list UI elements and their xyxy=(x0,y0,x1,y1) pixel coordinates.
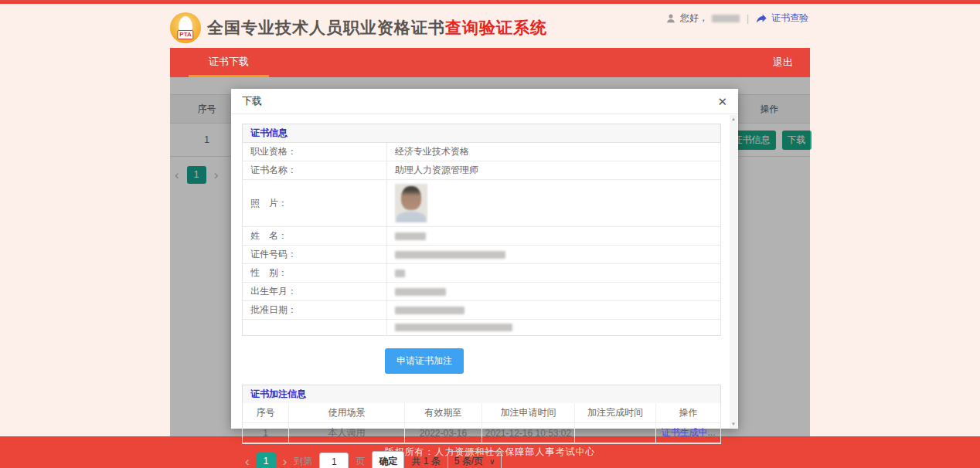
photo-head-shape xyxy=(401,186,421,210)
anno-complete-time xyxy=(575,423,656,443)
site-header: PTA 全国专业技术人员职业资格证书查询验证系统 您好， | 证书查验 xyxy=(0,4,980,48)
scroll-up-icon[interactable]: ▲ xyxy=(731,117,736,121)
info-label: 性 别： xyxy=(243,264,387,282)
modal-title: 下载 xyxy=(242,94,262,108)
anno-col-scene: 使用场景 xyxy=(289,403,405,422)
anno-col-seq: 序号 xyxy=(243,403,289,422)
info-label: 出生年月： xyxy=(243,283,387,300)
info-row-id-number: 证件号码： xyxy=(243,246,720,264)
annotation-section-title: 证书加注信息 xyxy=(250,388,306,399)
info-row-photo: 照 片： xyxy=(243,180,720,227)
download-modal: 下载 ✕ 证书信息 职业资格： 经济专业技术资格 证书名称： 助理人力资源管理师… xyxy=(231,89,738,429)
anno-col-valid: 有效期至 xyxy=(405,403,482,422)
pta-logo-icon: PTA xyxy=(170,12,201,43)
divider: | xyxy=(747,13,749,24)
total-count-label: 共 1 条 xyxy=(411,455,440,468)
cert-info-section-title: 证书信息 xyxy=(250,127,288,138)
logout-button[interactable]: 退出 xyxy=(773,48,810,77)
info-label: 职业资格： xyxy=(243,143,387,161)
tab-certificate-download[interactable]: 证书下载 xyxy=(189,48,269,77)
page-unit-label: 页 xyxy=(356,455,365,468)
masked-value xyxy=(395,288,446,296)
info-row-extra xyxy=(243,320,720,335)
confirm-page-button[interactable]: 确定 xyxy=(372,451,404,468)
goto-label: 到第 xyxy=(294,455,312,468)
page-input[interactable] xyxy=(319,453,349,468)
anno-apply-time: 2021-12-16 10:53:02 xyxy=(482,423,575,443)
id-photo xyxy=(395,184,427,222)
prev-page-icon[interactable]: ‹ xyxy=(245,455,250,468)
apply-annotation-button[interactable]: 申请证书加注 xyxy=(385,348,464,374)
modal-header: 下载 ✕ xyxy=(231,89,738,114)
annotation-data-row: 1 本人调用 2022-03-16 2021-12-16 10:53:02 证书… xyxy=(243,423,720,443)
info-row-name: 姓 名： xyxy=(243,227,720,246)
info-label: 证书名称： xyxy=(243,161,387,179)
masked-value xyxy=(395,324,512,331)
info-row-birth: 出生年月： xyxy=(243,283,720,301)
certificate-verify-link[interactable]: 证书查验 xyxy=(771,12,808,25)
title-main: 全国专业技术人员职业资格证书 xyxy=(207,19,445,36)
info-row-qualification: 职业资格： 经济专业技术资格 xyxy=(243,143,720,161)
chevron-down-icon: ∨ xyxy=(489,457,495,466)
anno-col-complete-time: 加注完成时间 xyxy=(575,403,656,422)
info-label: 批准日期： xyxy=(243,301,387,319)
user-icon xyxy=(665,13,676,24)
title-accent: 查询验证系统 xyxy=(445,19,547,36)
scroll-down-icon[interactable]: ▼ xyxy=(731,422,736,426)
info-value: 助理人力资源管理师 xyxy=(387,161,720,179)
nav-bar: 证书下载 退出 xyxy=(170,48,810,77)
anno-col-action: 操作 xyxy=(656,403,720,422)
modal-body: 证书信息 职业资格： 经济专业技术资格 证书名称： 助理人力资源管理师 照 片： xyxy=(231,114,738,468)
info-row-gender: 性 别： xyxy=(243,264,720,283)
cert-info-section-header: 证书信息 xyxy=(242,124,721,142)
page-size-select[interactable]: 5 条/页 ∨ xyxy=(447,451,502,468)
masked-value xyxy=(395,251,505,259)
page-title: 全国专业技术人员职业资格证书查询验证系统 xyxy=(207,17,547,39)
masked-value xyxy=(395,270,405,277)
main-content: 序号 操作 1 证书信息 下载 ‹ 1 › 下载 ✕ xyxy=(170,77,810,436)
info-row-approve-date: 批准日期： xyxy=(243,301,720,320)
modal-pagination: ‹ 1 › 到第 页 确定 共 1 条 5 条/页 ∨ xyxy=(242,444,721,468)
next-page-icon[interactable]: › xyxy=(283,455,288,468)
info-label: 姓 名： xyxy=(243,227,387,245)
anno-valid-until: 2022-03-16 xyxy=(405,423,482,443)
cert-generating-link[interactable]: 证书生成中... xyxy=(661,426,715,439)
logo-pta-label: PTA xyxy=(177,30,193,39)
info-label xyxy=(243,320,387,335)
annotation-table: 序号 使用场景 有效期至 加注申请时间 加注完成时间 操作 1 本人调用 202… xyxy=(242,403,721,444)
page-number-button[interactable]: 1 xyxy=(257,453,276,468)
photo-shoulders-shape xyxy=(396,212,426,222)
brand: PTA 全国专业技术人员职业资格证书查询验证系统 xyxy=(170,12,547,43)
info-row-cert-name: 证书名称： 助理人力资源管理师 xyxy=(243,161,720,180)
info-value: 经济专业技术资格 xyxy=(387,143,720,161)
page-size-value: 5 条/页 xyxy=(454,455,483,468)
modal-scrollbar[interactable]: ▲ ▼ xyxy=(730,115,737,428)
user-bar: 您好， | 证书查验 xyxy=(665,12,808,25)
masked-value xyxy=(395,307,464,314)
masked-username xyxy=(712,15,740,22)
info-label: 证件号码： xyxy=(243,246,387,263)
anno-col-apply-time: 加注申请时间 xyxy=(482,403,575,422)
anno-scene: 本人调用 xyxy=(289,423,405,443)
masked-value xyxy=(395,232,426,240)
greeting-text: 您好， xyxy=(680,12,708,25)
close-icon[interactable]: ✕ xyxy=(717,96,727,107)
share-arrow-icon[interactable] xyxy=(756,13,767,24)
annotation-header-row: 序号 使用场景 有效期至 加注申请时间 加注完成时间 操作 xyxy=(243,403,720,423)
cert-info-table: 职业资格： 经济专业技术资格 证书名称： 助理人力资源管理师 照 片： xyxy=(242,142,721,336)
anno-seq: 1 xyxy=(243,423,289,443)
annotation-section-header: 证书加注信息 xyxy=(242,385,721,403)
info-label: 照 片： xyxy=(243,180,387,226)
